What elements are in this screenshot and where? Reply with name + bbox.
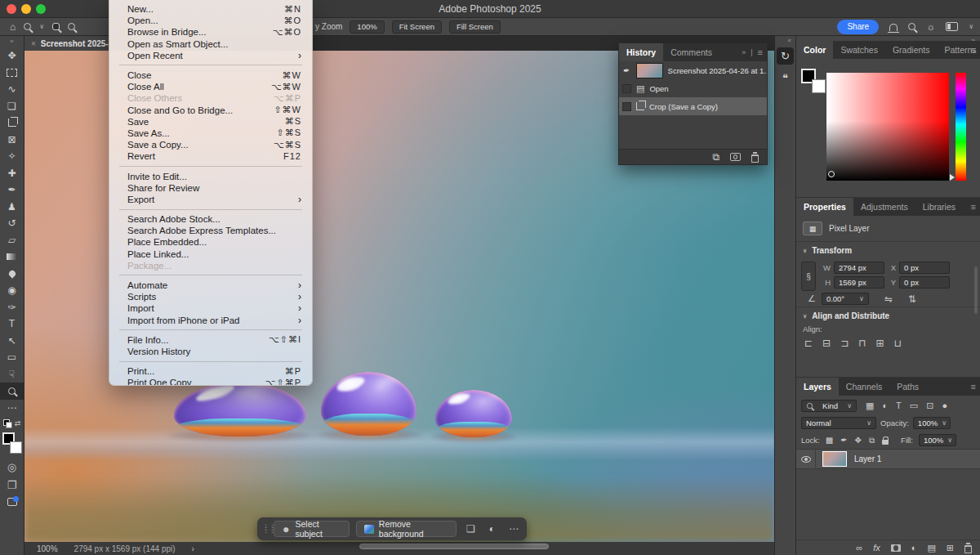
blur-tool-icon[interactable] — [0, 266, 24, 283]
tab-gradients[interactable]: Gradients — [885, 41, 938, 59]
filter-shape-layers-icon[interactable]: ▭ — [910, 401, 918, 410]
menu-item-revert[interactable]: RevertF12 — [109, 150, 312, 162]
hue-slider[interactable] — [956, 73, 966, 181]
layer-group-icon[interactable]: ▤ — [927, 544, 935, 553]
history-brush-checkbox[interactable] — [622, 102, 631, 111]
rectangular-marquee-tool-icon[interactable] — [0, 65, 24, 82]
lock-image-pixels-icon[interactable]: ✒ — [840, 436, 847, 445]
history-panel-icon[interactable]: ↻ — [777, 47, 794, 65]
tab-swatches[interactable]: Swatches — [833, 41, 885, 59]
tab-libraries[interactable]: Libraries — [915, 198, 963, 216]
zoom-tool-icon[interactable] — [0, 383, 24, 400]
menu-item-print-one-copy[interactable]: Print One Copy⌥⇧⌘P — [109, 377, 312, 386]
zoom-out-icon[interactable] — [68, 23, 75, 30]
status-chevron-icon[interactable]: › — [192, 544, 194, 553]
history-brush-checkbox[interactable] — [622, 84, 631, 93]
lock-position-icon[interactable]: ✥ — [855, 436, 862, 445]
menu-item-open-as-smart-object[interactable]: Open as Smart Object... — [109, 38, 312, 50]
object-selection-tool-icon[interactable]: ❏ — [0, 98, 24, 115]
discover-lightbulb-icon[interactable]: ☼ — [926, 22, 935, 32]
menu-item-import-from-iphone-or-ipad[interactable]: Import from iPhone or iPad› — [109, 315, 312, 326]
transform-icon[interactable]: ❏ — [466, 524, 475, 534]
more-options-icon[interactable]: ⋯ — [509, 524, 519, 534]
properties-scrollbar[interactable] — [974, 266, 978, 314]
menu-item-scripts[interactable]: Scripts› — [109, 291, 312, 302]
new-document-from-state-icon[interactable]: ⧉ — [712, 152, 719, 162]
width-field[interactable]: 2794 px — [834, 262, 884, 274]
taskbar-drag-handle[interactable]: ⋮⋮⋮⋮ — [262, 526, 267, 531]
opacity-combo[interactable]: 100% ∨ — [913, 417, 951, 429]
tab-layers[interactable]: Layers — [796, 378, 839, 396]
path-selection-tool-icon[interactable]: ↖ — [0, 333, 24, 350]
saturation-brightness-picker[interactable] — [826, 73, 949, 181]
gradient-tool-icon[interactable] — [0, 248, 24, 266]
menu-item-share-for-review[interactable]: Share for Review — [109, 182, 312, 194]
chevron-down-icon[interactable]: ∨ — [39, 24, 44, 30]
menu-item-open-recent[interactable]: Open Recent› — [109, 50, 312, 61]
delete-state-icon[interactable] — [751, 154, 759, 163]
menu-item-place-linked[interactable]: Place Linked... — [109, 248, 312, 260]
filter-smart-objects-icon[interactable]: ⊡ — [926, 401, 933, 410]
tab-channels[interactable]: Channels — [839, 378, 889, 396]
link-dimensions-icon[interactable]: § — [801, 262, 816, 291]
clone-stamp-tool-icon[interactable]: ♟ — [0, 199, 24, 216]
y-field[interactable]: 0 px — [899, 276, 950, 289]
adjustment-layer-icon[interactable]: ◐ — [911, 544, 917, 553]
menu-item-new[interactable]: New...⌘N — [109, 3, 312, 15]
move-tool-icon[interactable]: ✥ — [0, 47, 24, 65]
menu-item-invite-to-edit[interactable]: Invite to Edit... — [109, 170, 312, 181]
new-layer-icon[interactable]: ⊞ — [947, 544, 954, 553]
lasso-tool-icon[interactable]: ∿ — [0, 81, 24, 98]
expand-tools-icon[interactable]: » — [10, 38, 13, 47]
brush-tool-icon[interactable]: ✒ — [0, 181, 24, 199]
share-button[interactable]: Share — [837, 20, 879, 34]
align-bottom-icon[interactable]: ⊔ — [894, 338, 902, 348]
align-right-icon[interactable]: ⊐ — [840, 338, 849, 348]
filter-toggle-icon[interactable]: ● — [942, 401, 947, 410]
panel-menu-icon[interactable]: ≡ — [971, 382, 976, 392]
menu-item-import[interactable]: Import› — [109, 302, 312, 314]
panel-menu-icon[interactable]: ≡ — [971, 45, 976, 55]
tab-paths[interactable]: Paths — [889, 378, 926, 396]
flip-vertical-icon[interactable]: ⇅ — [908, 293, 916, 305]
close-tab-icon[interactable]: × — [31, 39, 36, 48]
align-left-icon[interactable]: ⊏ — [804, 338, 813, 348]
layer-visibility-toggle[interactable] — [796, 450, 816, 468]
lock-artboard-icon[interactable]: ⧉ — [869, 436, 875, 445]
frame-tool-icon[interactable]: ⊠ — [0, 132, 24, 149]
layer-row[interactable]: Layer 1 — [796, 450, 980, 469]
background-color-swatch[interactable] — [812, 79, 826, 93]
new-snapshot-icon[interactable] — [730, 153, 741, 161]
dodge-tool-icon[interactable]: ◉ — [0, 282, 24, 299]
comments-panel-icon[interactable]: ❝ — [777, 69, 794, 87]
foreground-background-swatches[interactable] — [2, 432, 23, 454]
transform-section-header[interactable]: ∨ Transform — [796, 241, 980, 257]
menu-item-close-all[interactable]: Close All⌥⌘W — [109, 81, 312, 92]
eraser-tool-icon[interactable]: ▱ — [0, 232, 24, 249]
background-color-swatch[interactable] — [10, 441, 22, 454]
menu-item-search-adobe-stock[interactable]: Search Adobe Stock... — [109, 213, 312, 225]
menu-item-open[interactable]: Open...⌘O — [109, 15, 312, 26]
pen-tool-icon[interactable]: ✑ — [0, 299, 24, 316]
chevron-down-icon[interactable]: ∨ — [969, 24, 973, 30]
color-picker-handle[interactable] — [828, 171, 835, 177]
adjustments-icon[interactable]: ◐ — [489, 524, 495, 534]
fit-screen-button[interactable]: Fit Screen — [392, 20, 442, 34]
menu-item-close[interactable]: Close⌘W — [109, 69, 312, 81]
crop-tool-icon[interactable] — [0, 114, 24, 132]
rectangle-tool-icon[interactable]: ▭ — [0, 349, 24, 366]
swap-colors-icon[interactable]: ⇄ — [15, 420, 21, 427]
x-field[interactable]: 0 px — [899, 262, 950, 274]
tab-color[interactable]: Color — [796, 41, 833, 59]
history-state-open[interactable]: ▤Open — [619, 79, 767, 97]
remove-background-button[interactable]: Remove background — [356, 521, 457, 537]
color-panel-swatches[interactable] — [801, 69, 826, 93]
collapse-dock-icon[interactable]: « — [788, 37, 791, 44]
layer-name[interactable]: Layer 1 — [854, 454, 881, 463]
notifications-bell-icon[interactable] — [889, 24, 898, 31]
tab-comments[interactable]: Comments — [663, 43, 719, 61]
link-layers-icon[interactable]: ∞ — [856, 544, 862, 553]
default-colors-icon[interactable] — [3, 419, 12, 428]
hand-tool-icon[interactable]: ☟ — [0, 366, 24, 383]
screen-mode-icon[interactable]: ❐ — [7, 480, 17, 490]
